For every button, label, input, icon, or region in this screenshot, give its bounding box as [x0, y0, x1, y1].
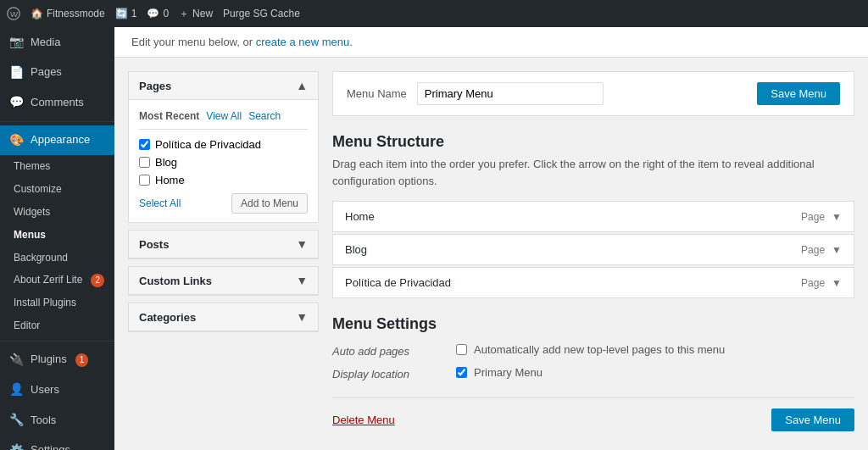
sidebar-item-comments[interactable]: 💬 Comments [0, 87, 114, 118]
top-bar-text: Edit your menu below, or [131, 36, 253, 48]
view-all-tab[interactable]: View All [206, 108, 242, 124]
menu-item-home[interactable]: Home Page ▼ [332, 201, 854, 232]
pages-tab-bar: Most Recent View All Search [139, 108, 308, 130]
sidebar-item-settings[interactable]: ⚙️ Settings [0, 436, 114, 450]
pages-panel-actions: Select All Add to Menu [139, 193, 308, 214]
menu-item-home-arrow[interactable]: ▼ [832, 211, 842, 223]
menu-structure-desc: Drag each item into the order you prefer… [332, 156, 854, 189]
auto-add-pages-checkbox[interactable] [456, 344, 467, 355]
create-new-menu-link[interactable]: create a new menu [256, 36, 350, 48]
custom-links-panel: Custom Links ▼ [128, 266, 319, 296]
sidebar-item-menus[interactable]: Menus [0, 224, 114, 247]
menu-name-input[interactable] [417, 82, 604, 105]
top-bar: Edit your menu below, or create a new me… [114, 27, 868, 58]
sidebar-item-editor[interactable]: Editor [0, 314, 114, 337]
sidebar-item-widgets[interactable]: Widgets [0, 201, 114, 224]
menu-item-politica-type: Page [801, 277, 825, 289]
comments-item[interactable]: 💬 0 [147, 8, 169, 19]
sidebar-label-plugins: Plugins [31, 352, 67, 367]
sidebar-item-users[interactable]: 👤 Users [0, 375, 114, 405]
pages-panel: Pages ▲ Most Recent View All Search Polí… [128, 71, 319, 223]
sidebar-label-install-plugins: Install Plugins [14, 296, 76, 310]
menu-item-politica-right: Page ▼ [801, 277, 842, 289]
sidebar-label-tools: Tools [31, 413, 56, 428]
menu-structure-title: Menu Structure [332, 133, 854, 151]
menu-item-politica[interactable]: Política de Privacidad Page ▼ [332, 267, 854, 298]
sidebar-label-editor: Editor [14, 319, 40, 333]
most-recent-tab[interactable]: Most Recent [139, 108, 199, 124]
categories-panel-title: Categories [139, 311, 196, 324]
auto-add-pages-row: Auto add pages Automatically add new top… [332, 343, 854, 358]
settings-icon: ⚙️ [8, 442, 24, 450]
updates-item[interactable]: 🔄 1 [115, 8, 137, 19]
menu-item-blog-right: Page ▼ [801, 244, 842, 256]
sidebar-item-about-zerif[interactable]: About Zerif Lite 2 [0, 269, 114, 292]
menu-structure-section: Menu Structure Drag each item into the o… [332, 133, 854, 298]
admin-bar: W 🏠 Fitnessmode 🔄 1 💬 0 ＋ New Purge SG C… [0, 0, 868, 27]
sidebar-label-widgets: Widgets [14, 205, 50, 219]
purge-cache-item[interactable]: Purge SG Cache [223, 8, 300, 19]
save-menu-button-bottom[interactable]: Save Menu [771, 408, 854, 431]
display-location-label: Display location [332, 366, 442, 381]
pages-panel-toggle[interactable]: ▲ [296, 79, 308, 92]
select-all-link[interactable]: Select All [139, 197, 181, 209]
categories-panel-header[interactable]: Categories ▼ [129, 303, 318, 331]
menu-settings-section: Menu Settings Auto add pages Automatical… [332, 315, 854, 381]
sidebar-item-customize[interactable]: Customize [0, 178, 114, 201]
menu-item-home-name: Home [345, 210, 375, 223]
tools-icon: 🔧 [8, 412, 24, 429]
auto-add-pages-label: Auto add pages [332, 343, 442, 358]
sidebar-item-appearance[interactable]: 🎨 Appearance [0, 125, 114, 156]
menu-item-blog-type: Page [801, 244, 825, 256]
display-location-row: Display location Primary Menu [332, 366, 854, 381]
custom-links-panel-header[interactable]: Custom Links ▼ [129, 267, 318, 295]
sidebar-label-users: Users [31, 382, 59, 397]
sidebar-item-themes[interactable]: Themes [0, 155, 114, 178]
new-item[interactable]: ＋ New [179, 7, 213, 21]
menu-name-row: Menu Name Save Menu [332, 71, 854, 116]
menu-item-blog-name: Blog [345, 243, 367, 256]
blog-checkbox[interactable] [139, 157, 150, 168]
sidebar: 📷 Media 📄 Pages 💬 Comments 🎨 Appearance … [0, 27, 114, 450]
display-location-desc: Primary Menu [474, 366, 542, 379]
wp-logo-item[interactable]: W [7, 7, 20, 20]
menu-item-blog[interactable]: Blog Page ▼ [332, 234, 854, 265]
politica-label: Política de Privacidad [155, 138, 261, 151]
menu-item-politica-arrow[interactable]: ▼ [832, 277, 842, 289]
pages-panel-header[interactable]: Pages ▲ [129, 72, 318, 100]
posts-panel-toggle[interactable]: ▼ [296, 237, 308, 251]
delete-menu-link[interactable]: Delete Menu [332, 414, 395, 426]
home-label: Home [155, 174, 185, 186]
media-icon: 📷 [8, 34, 24, 51]
save-menu-button-top[interactable]: Save Menu [757, 82, 840, 105]
right-panel: Menu Name Save Menu Menu Structure Drag … [332, 71, 854, 431]
top-bar-punctuation: . [349, 36, 353, 48]
site-name[interactable]: 🏠 Fitnessmode [31, 8, 105, 19]
sidebar-item-media[interactable]: 📷 Media [0, 27, 114, 58]
plugins-icon: 🔌 [8, 352, 24, 369]
menu-item-home-type: Page [801, 211, 825, 223]
sidebar-item-install-plugins[interactable]: Install Plugins [0, 292, 114, 314]
categories-panel-toggle[interactable]: ▼ [296, 310, 308, 324]
posts-panel-header[interactable]: Posts ▼ [129, 231, 318, 258]
politica-checkbox[interactable] [139, 139, 150, 150]
comment-icon: 💬 [147, 8, 159, 19]
menu-item-home-right: Page ▼ [801, 211, 842, 223]
display-location-checkbox[interactable] [456, 367, 467, 378]
home-checkbox[interactable] [139, 175, 150, 186]
sidebar-label-themes: Themes [14, 159, 50, 174]
custom-links-panel-title: Custom Links [139, 275, 212, 287]
add-to-menu-button[interactable]: Add to Menu [231, 193, 308, 214]
sidebar-item-background[interactable]: Background [0, 247, 114, 269]
sidebar-label-menus: Menus [14, 228, 46, 242]
sidebar-item-plugins[interactable]: 🔌 Plugins 1 [0, 345, 114, 375]
sidebar-label-background: Background [14, 251, 68, 265]
plus-icon: ＋ [179, 7, 189, 21]
search-tab[interactable]: Search [248, 108, 281, 124]
sidebar-item-pages[interactable]: 📄 Pages [0, 58, 114, 88]
posts-panel: Posts ▼ [128, 230, 319, 259]
about-zerif-badge: 2 [91, 274, 104, 287]
custom-links-panel-toggle[interactable]: ▼ [296, 274, 308, 287]
sidebar-item-tools[interactable]: 🔧 Tools [0, 405, 114, 436]
menu-item-blog-arrow[interactable]: ▼ [832, 244, 842, 256]
